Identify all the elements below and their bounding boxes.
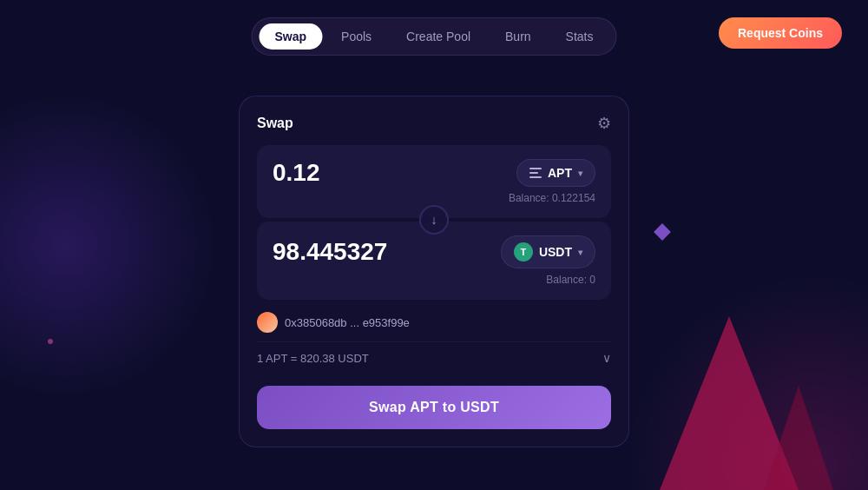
from-input-row: APT ▾ <box>273 159 595 187</box>
from-token-selector[interactable]: APT ▾ <box>516 159 595 187</box>
to-input-row: T USDT ▾ <box>273 235 595 268</box>
apt-icon <box>529 168 542 178</box>
from-token-name: APT <box>548 166 572 180</box>
to-token-name: USDT <box>539 245 572 259</box>
triangle-small <box>764 386 833 490</box>
triangle-large <box>660 316 799 490</box>
request-coins-button[interactable]: Request Coins <box>719 17 842 49</box>
bg-glow-right <box>608 229 868 490</box>
card-title: Swap <box>257 116 293 131</box>
swap-direction-button[interactable]: ↓ <box>419 205 449 235</box>
to-token-chevron: ▾ <box>578 248 582 257</box>
dot-decoration <box>48 339 53 344</box>
bg-glow-left <box>0 93 217 397</box>
wallet-address: 0x385068db ... e953f99e <box>285 316 410 329</box>
swap-submit-button[interactable]: Swap APT to USDT <box>257 386 611 429</box>
swap-card: Swap ⚙ APT ▾ Balance: 0.122154 ↓ T <box>239 96 629 447</box>
nav-item-burn[interactable]: Burn <box>490 23 547 50</box>
rate-label: 1 APT = 820.38 USDT <box>257 352 369 365</box>
nav-item-create-pool[interactable]: Create Pool <box>391 23 486 50</box>
wallet-row: 0x385068db ... e953f99e <box>257 312 611 333</box>
from-amount-input[interactable] <box>273 159 446 187</box>
usdt-icon: T <box>514 242 533 262</box>
to-balance: Balance: 0 <box>273 274 595 286</box>
top-navigation: Swap Pools Create Pool Burn Stats <box>251 17 616 56</box>
arrow-down-icon: ↓ <box>431 213 437 227</box>
settings-icon[interactable]: ⚙ <box>597 114 611 133</box>
card-header: Swap ⚙ <box>257 114 611 133</box>
nav-item-swap[interactable]: Swap <box>259 23 322 50</box>
to-amount-input[interactable] <box>273 238 446 266</box>
from-token-chevron: ▾ <box>578 169 582 178</box>
rate-expand-icon[interactable]: ∨ <box>602 351 611 365</box>
from-balance: Balance: 0.122154 <box>273 192 595 204</box>
to-token-selector[interactable]: T USDT ▾ <box>501 235 595 268</box>
wallet-avatar <box>257 312 278 333</box>
diamond-decoration <box>654 223 671 241</box>
nav-item-stats[interactable]: Stats <box>550 23 609 50</box>
rate-row: 1 APT = 820.38 USDT ∨ <box>257 341 611 374</box>
nav-item-pools[interactable]: Pools <box>326 23 387 50</box>
